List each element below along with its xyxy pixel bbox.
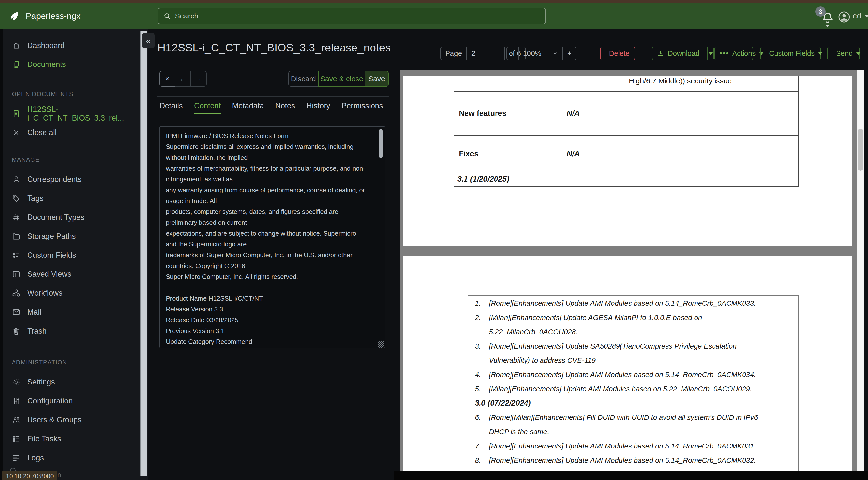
pdf-viewer: High/6.7 Middle)) security issue New fea… [400,70,864,471]
avatar[interactable] [837,10,851,24]
close-document-button[interactable]: × [159,71,175,87]
search-input[interactable] [175,12,540,20]
search-icon [163,12,171,20]
row-value: N/A [562,136,799,172]
sidebar-item-custom-fields[interactable]: Custom Fields [3,246,140,265]
previous-document-button[interactable]: ← [175,71,191,87]
pdf-scrollbar-thumb[interactable] [858,129,863,171]
list-item-number: 2. [475,310,481,325]
home-icon [12,41,21,50]
change-list-item: 3.[Rome][Enhancements] Update SA50289(Ti… [468,339,798,367]
app-brand[interactable]: Paperless-ngx [9,3,81,29]
chevron-down-icon [552,51,558,56]
list-item-number: 5. [475,382,481,396]
security-issue-cell: High/6.7 Middle)) security issue [562,76,799,91]
delete-button[interactable]: Delete [600,47,635,60]
ellipsis-icon: ••• [720,52,729,55]
list-item-text: [Rome][Enhancements] Update AMI Modules … [489,299,756,307]
tab-content[interactable]: Content [194,101,221,114]
textarea-resize-handle[interactable] [378,341,384,348]
sidebar-item-label: Tags [27,194,43,203]
sidebar-item-settings[interactable]: Settings [3,372,140,391]
pdf-scrollbar-track[interactable] [857,70,864,471]
document-nav-group: × ← → [159,71,207,87]
tab-details[interactable]: Details [159,101,183,114]
sidebar-item-workflows[interactable]: Workflows [3,283,140,302]
send-button[interactable]: Send [827,47,860,60]
sidebar-item-close-all[interactable]: Close all [3,123,140,142]
notifications-caret-icon [826,25,830,27]
hash-icon [12,213,21,222]
sidebar-item-users-groups[interactable]: Users & Groups [3,410,140,429]
list-item-number: 1. [475,296,481,310]
discard-button[interactable]: Discard [288,71,318,87]
custom-fields-button-label: Custom Fields [769,50,815,58]
zoom-in-button[interactable]: + [562,47,576,60]
collapse-sidebar-button[interactable]: « [142,33,155,49]
sidebar-item-label: H12SSL-i_C_CT_NT_BIOS_3.3_rel... [27,105,140,123]
download-button[interactable]: Download [652,47,704,60]
send-button-label: Send [836,50,853,58]
sidebar-item-storage-paths[interactable]: Storage Paths [3,227,140,246]
tab-metadata[interactable]: Metadata [232,101,264,114]
download-button-label: Download [668,50,700,58]
custom-fields-button[interactable]: Custom Fields [760,47,821,60]
zoom-widget: - 100% + [506,47,577,60]
table-row: New features N/A [454,91,799,136]
sliders-icon [12,396,21,406]
download-options-button[interactable] [707,47,713,60]
user-menu-caret-icon [865,15,868,18]
list-item-number: 7. [475,439,481,453]
gear-icon [12,378,21,387]
notifications-button[interactable]: 3 [819,9,836,27]
next-document-button[interactable]: → [191,71,207,87]
sidebar-item-label: Logs [27,453,44,462]
tab-permissions[interactable]: Permissions [341,101,383,114]
tab-history[interactable]: History [307,101,330,114]
sidebar-item-label: Correspondents [27,175,82,184]
row-value: N/A [562,91,799,136]
sidebar-item-correspondents[interactable]: Correspondents [3,170,140,189]
sidebar-item-label: Settings [27,378,55,387]
textarea-scrollbar-thumb[interactable] [379,129,382,158]
list-item-text: [Rome][Milan][Enhancements] Fill DUID wi… [489,414,758,436]
sidebar-item-tags[interactable]: Tags [3,189,140,208]
sidebar-item-configuration[interactable]: Configuration [3,391,140,410]
table-row: Fixes N/A [454,136,799,172]
custom-fields-icon [12,251,21,260]
page-number-input[interactable] [471,50,500,58]
sidebar-scrollbar[interactable] [140,31,147,476]
sidebar-item-saved-views[interactable]: Saved Views [3,265,140,283]
sidebar-item-trash[interactable]: Trash [3,322,140,340]
app-title: Paperless-ngx [26,11,81,21]
row-label: Fixes [454,136,562,172]
sidebar-item-documents[interactable]: Documents [3,55,140,74]
list-item-text: [Rome][Enhancements] Update AMI Modules … [489,442,756,450]
sidebar-item-dashboard[interactable]: Dashboard [3,36,140,55]
user-menu[interactable]: ed [853,3,868,29]
sidebar-section-gap [3,100,140,104]
sidebar-item-file-tasks[interactable]: File Tasks [3,429,140,448]
content-textarea[interactable]: IPMI Firmware / BIOS Release Notes Form … [159,126,385,348]
list-item-number: 3. [475,339,481,353]
sidebar-item-label: Storage Paths [27,232,75,241]
actions-button[interactable]: ••• Actions [714,47,753,60]
sidebar-section-label: OPEN DOCUMENTS [12,90,140,98]
sidebar-item-document-types[interactable]: Document Types [3,208,140,227]
save-and-close-button[interactable]: Save & close [318,71,365,87]
sidebar-item-h12ssl-i-c-ct-nt-bios-3-3-rel[interactable]: H12SSL-i_C_CT_NT_BIOS_3.3_rel... [3,104,140,123]
sidebar-item-mail[interactable]: Mail [3,302,140,322]
zoom-out-button[interactable]: - [507,47,518,60]
caret-down-icon [818,52,823,55]
sidebar-item-label: Custom Fields [27,251,76,260]
pane-divider [157,96,389,97]
tab-notes[interactable]: Notes [275,101,295,114]
save-button[interactable]: Save [365,71,389,87]
global-search[interactable] [158,8,546,24]
sidebar-section-label: MANAGE [12,156,140,164]
sidebar-item-logs[interactable]: Logs [3,448,140,467]
change-list-item: 5.[Milan][Enhancements] Update AMI Modul… [468,382,798,396]
sidebar-item-label: Saved Views [27,270,71,279]
sidebar-item-label: File Tasks [27,434,61,443]
zoom-level-select[interactable]: 100% [518,47,562,60]
